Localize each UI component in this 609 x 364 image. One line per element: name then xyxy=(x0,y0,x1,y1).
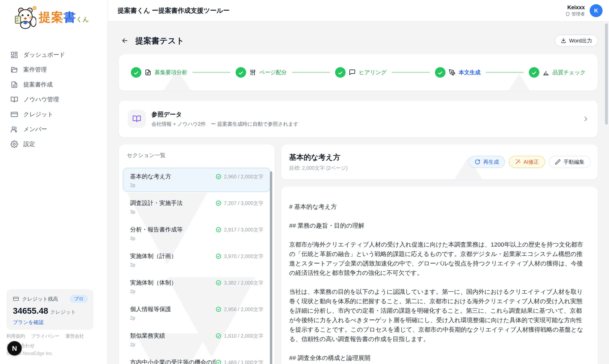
credit-unit: クレジット xyxy=(50,309,76,315)
credit-card-icon xyxy=(11,111,18,118)
check-circle-icon xyxy=(435,67,445,78)
check-circle-icon xyxy=(216,200,221,206)
step-page-allocation[interactable]: ページ配分 xyxy=(236,67,287,78)
avatar[interactable]: K xyxy=(590,4,603,17)
step-body-generation[interactable]: 本文生成 xyxy=(435,67,481,78)
section-title: 実施体制（体制） xyxy=(130,279,177,287)
reference-data-card[interactable]: 参照データ 会社情報 + ノウハウ2件 ー 提案書生成時に自動で参照されます xyxy=(118,100,598,138)
arrow-left-icon xyxy=(121,37,129,44)
refresh-icon xyxy=(475,159,480,165)
step-label: 募集要項分析 xyxy=(155,69,187,76)
section-item[interactable]: 調査設計・実施手法 7,207 / 3,000文字 3p xyxy=(123,194,271,218)
page-scrollbar[interactable] xyxy=(605,23,608,125)
gear-icon xyxy=(11,140,18,148)
section-item[interactable]: 基本的な考え方 2,960 / 2,000文字 2p xyxy=(123,168,271,192)
step-label: ヒアリング xyxy=(359,69,387,76)
section-pages: 2p xyxy=(130,289,263,294)
document-paragraph: 当社は、本業務の目的を以下のように認識しています。第一に、国内外におけるクリエイ… xyxy=(289,287,587,344)
section-title: 市内中小企業の受注等の機会の増大 xyxy=(130,358,216,364)
app-title: 提案書くん ー提案書作成支援ツールー xyxy=(118,6,230,15)
bar-chart-icon xyxy=(542,69,549,76)
sidebar-item-label: 設定 xyxy=(23,140,35,148)
check-circle-icon xyxy=(131,67,141,78)
check-circle-icon xyxy=(236,67,246,78)
check-circle-icon xyxy=(216,174,221,180)
section-list-heading: セクション一覧 xyxy=(119,144,275,159)
download-icon xyxy=(561,38,566,43)
logo-wordmark: 提案書くん xyxy=(39,11,89,23)
section-item[interactable]: 実施体制（計画） 3,970 / 2,000文字 2p xyxy=(123,247,271,272)
section-pages: 2p xyxy=(130,262,263,268)
check-plan-link[interactable]: プランを確認 xyxy=(13,319,88,325)
manual-edit-button[interactable]: 手動編集 xyxy=(549,156,591,168)
pen-tool-icon xyxy=(449,69,456,76)
sidebar-item-settings[interactable]: 設定 xyxy=(0,137,108,152)
sidebar-item-credits[interactable]: クレジット xyxy=(0,107,108,122)
sidebar-item-label: ダッシュボード xyxy=(23,51,65,59)
app-root: 提案書くん ダッシュボード 案件管理 提案書作成 ノウハウ管理 クレ xyxy=(0,0,609,364)
back-button[interactable] xyxy=(118,34,131,47)
document-paragraph: # 基本的な考え方 xyxy=(289,202,587,211)
section-item[interactable]: 類似業務実績 1,610 / 2,000文字 2p xyxy=(123,327,271,351)
document-icon xyxy=(11,81,18,89)
section-title: 調査設計・実施手法 xyxy=(130,199,183,207)
section-pages: 2p xyxy=(130,342,263,347)
app-logo[interactable]: 提案書くん xyxy=(14,6,89,29)
chevron-right-icon xyxy=(582,116,589,122)
section-title: 基本的な考え方 xyxy=(130,172,171,181)
document-paragraph: ## 調査全体の構成と論理展開 xyxy=(289,353,587,363)
section-list-scrollbar[interactable] xyxy=(270,171,272,364)
credit-amount: 34655.48クレジット xyxy=(13,306,88,316)
word-export-label: Word出力 xyxy=(569,37,592,44)
section-char-count: 2,956 / 2,000文字 xyxy=(224,306,263,313)
check-circle-icon xyxy=(216,306,221,312)
sidebar-item-dashboard[interactable]: ダッシュボード xyxy=(0,47,108,62)
section-item[interactable]: 個人情報等保護 2,956 / 2,000文字 2p xyxy=(123,300,271,325)
section-char-count: 1,610 / 2,000文字 xyxy=(224,333,263,339)
regenerate-button[interactable]: 再生成 xyxy=(469,156,505,168)
section-item[interactable]: 実施体制（体制） 3,382 / 2,000文字 2p xyxy=(123,274,271,298)
word-export-button[interactable]: Word出力 xyxy=(555,35,598,47)
credit-card-icon xyxy=(13,296,19,302)
section-item[interactable]: 市内中小企業の受注等の機会の増大 1,483 / 1,000文字 xyxy=(123,353,271,364)
section-title: 個人情報等保護 xyxy=(130,305,171,313)
user-name: Keixxx xyxy=(566,4,585,11)
credit-balance-card: クレジット残高 プロ 34655.48クレジット プランを確認 xyxy=(6,289,94,330)
step-label: 品質チェック xyxy=(553,69,586,76)
section-list-panel: セクション一覧 基本的な考え方 2,960 / 2,000文字 2p 調査設計・… xyxy=(118,144,275,364)
step-quality-check[interactable]: 品質チェック xyxy=(529,67,586,78)
plan-badge: プロ xyxy=(70,295,88,303)
step-connector xyxy=(392,72,430,73)
sidebar-item-projects[interactable]: 案件管理 xyxy=(0,62,108,77)
ai-fix-button[interactable]: AI修正 xyxy=(509,156,545,168)
company-link[interactable]: 運営会社 xyxy=(66,333,84,339)
step-connector xyxy=(486,72,524,73)
ai-fix-label: AI修正 xyxy=(523,158,539,166)
document-content-panel[interactable]: # 基本的な考え方 ## 業務の趣旨・目的の理解 京都市が海外クリエイティブ人材… xyxy=(281,186,598,364)
sidebar-item-label: クレジット xyxy=(23,110,53,118)
step-connector xyxy=(292,72,330,73)
sidebar-item-members[interactable]: メンバー xyxy=(0,122,108,137)
check-circle-icon xyxy=(335,67,346,78)
section-title: 実施体制（計画） xyxy=(130,252,177,260)
privacy-link[interactable]: プライバシー xyxy=(31,333,59,339)
shield-icon xyxy=(566,12,570,16)
step-requirements-analysis[interactable]: 募集要項分析 xyxy=(131,67,187,78)
step-hearing[interactable]: ヒアリング xyxy=(335,67,387,78)
section-pages: 2p xyxy=(130,315,263,321)
terms-link[interactable]: 利用規約 xyxy=(6,333,25,339)
check-circle-icon xyxy=(216,253,221,259)
credit-balance-label: クレジット残高 xyxy=(22,296,58,302)
section-item[interactable]: 分析・報告書作成等 2,917 / 3,000文字 3p xyxy=(123,221,271,245)
page-title: 提案書テスト xyxy=(135,35,184,46)
section-char-count: 2,960 / 2,000文字 xyxy=(224,173,263,180)
section-list: 基本的な考え方 2,960 / 2,000文字 2p 調査設計・実施手法 7,2… xyxy=(119,159,275,364)
sidebar-item-knowhow[interactable]: ノウハウ管理 xyxy=(0,92,108,107)
nextjs-dev-button[interactable]: N xyxy=(7,341,22,356)
document-paragraph: 京都市が海外クリエイティブ人材の受け入れ促進に向けた本調査業務は、1200年以上… xyxy=(289,240,587,277)
magic-wand-icon xyxy=(515,159,521,165)
user-menu[interactable]: Keixxx 管理者 K xyxy=(566,4,603,17)
sidebar-item-proposal-create[interactable]: 提案書作成 xyxy=(0,77,108,92)
sidebar-item-label: 提案書作成 xyxy=(23,81,53,89)
dashboard-grid-icon xyxy=(11,51,18,59)
